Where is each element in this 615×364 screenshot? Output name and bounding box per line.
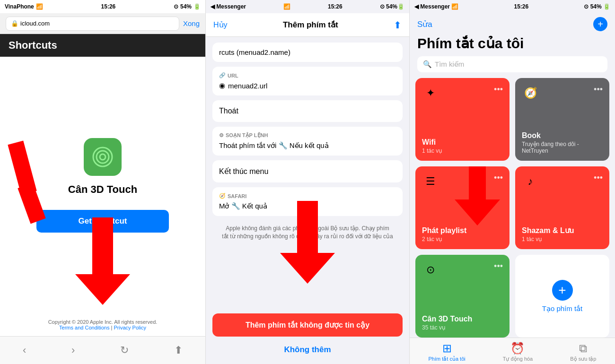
modal-card-name: rcuts (menuad2.name) bbox=[212, 43, 403, 62]
modal-card-ketthuc: Kết thúc menu bbox=[212, 160, 403, 182]
safari-label: 🧭 SAFARI bbox=[219, 193, 396, 199]
no-add-button[interactable]: Không thêm bbox=[212, 341, 403, 358]
status-bar-2: ◀ Messenger 📶 15:26 ⊙ 54%🔋 bbox=[206, 0, 409, 13]
time-3: 15:26 bbox=[514, 3, 528, 10]
shazam-shortcut-icon: ♪ bbox=[522, 173, 539, 190]
carrier-1: VinaPhone bbox=[5, 3, 34, 10]
create-new-icon: + bbox=[552, 280, 573, 301]
book-card-name: Book bbox=[522, 131, 603, 140]
gear-icon: ⚙ bbox=[219, 132, 224, 139]
url-circle-icon: ◉ bbox=[219, 81, 225, 90]
safari-icon: 🧭 bbox=[219, 193, 226, 199]
privacy-link[interactable]: Privacy Policy bbox=[114, 325, 146, 330]
terms-link[interactable]: Terms and Conditions bbox=[59, 325, 109, 330]
shazam-dots-button[interactable]: ••• bbox=[594, 173, 603, 183]
url-value: ◉ menuad2.url bbox=[219, 81, 396, 90]
time-1: 15:26 bbox=[101, 3, 116, 10]
nav-gallery[interactable]: ⧉ Bộ sưu tập bbox=[570, 342, 596, 362]
panel1-navigation: ‹ › ↻ ⬆ bbox=[0, 336, 205, 364]
book-dots-button[interactable]: ••• bbox=[594, 85, 603, 95]
create-new-label: Tạo phím tắt bbox=[542, 304, 583, 313]
battery-2: ⊙ 54%🔋 bbox=[380, 3, 404, 10]
card-name-value: rcuts (menuad2.name) bbox=[219, 48, 290, 56]
card-header-book: 🧭 ••• bbox=[522, 85, 603, 102]
footer-links: Terms and Conditions | Privacy Policy bbox=[6, 325, 200, 330]
my-shortcuts-icon: ⊞ bbox=[442, 342, 452, 355]
can3d-shortcut-icon: ⊙ bbox=[422, 261, 439, 278]
book-card-sub: Truyện đang theo dõi - NetTruyen bbox=[522, 141, 603, 154]
nav-automation[interactable]: ⏰ Tự động hóa bbox=[503, 342, 533, 362]
card-header-shazam: ♪ ••• bbox=[522, 173, 603, 190]
shortcut-card-wifi[interactable]: ✦ ••• Wifi 1 tác vụ bbox=[415, 78, 510, 161]
panel-2: ◀ Messenger 📶 15:26 ⊙ 54%🔋 Hủy Thêm phím… bbox=[205, 0, 410, 364]
can3d-card-name: Cân 3D Touch bbox=[422, 315, 503, 323]
modal-card-script: ⚙ SOẠN TẬP LỆNH Thoát phím tắt với 🔧 Nếu… bbox=[212, 127, 403, 156]
refresh-button[interactable]: ↻ bbox=[111, 342, 138, 358]
card-header-can3d: ⊙ ••• bbox=[422, 261, 503, 278]
gallery-label: Bộ sưu tập bbox=[570, 356, 596, 362]
playlist-card-count: 2 tác vụ bbox=[422, 236, 503, 243]
search-bar[interactable]: 🔍 Tìm kiếm bbox=[417, 56, 607, 72]
share-button-p2[interactable]: ⬆ bbox=[394, 19, 402, 31]
battery-icon-1: 🔋 bbox=[193, 3, 201, 10]
browser-bar: 🔒 icloud.com Xong bbox=[0, 13, 205, 34]
p3-page-title: Phím tắt của tôi bbox=[410, 33, 615, 56]
p3-edit-header: Sửa + bbox=[410, 13, 615, 33]
shazam-card-count: 1 tác vụ bbox=[522, 236, 603, 243]
shortcuts-header: Shortcuts bbox=[0, 34, 205, 57]
forward-button[interactable]: › bbox=[62, 342, 84, 358]
warning-text: Apple không đánh giá các phím tắt ngoài … bbox=[212, 221, 403, 252]
card-header-wifi: ✦ ••• bbox=[422, 85, 503, 102]
url-label: 🔗 URL bbox=[219, 72, 396, 78]
can3d-dots-button[interactable]: ••• bbox=[494, 261, 503, 271]
url-text: icloud.com bbox=[20, 20, 50, 27]
panel1-main-content: Cân 3D Touch Get Shortcut bbox=[0, 57, 205, 313]
automation-label: Tự động hóa bbox=[503, 356, 533, 362]
shortcut-card-shazam[interactable]: ♪ ••• Shazam & Lưu 1 tác vụ bbox=[515, 166, 609, 249]
nav-my-shortcuts[interactable]: ⊞ Phím tắt của tôi bbox=[429, 342, 466, 362]
signal-icon-2: 📶 bbox=[283, 3, 290, 10]
shortcut-card-book[interactable]: 🧭 ••• Book Truyện đang theo dõi - NetTru… bbox=[515, 78, 609, 161]
battery-3: ⊙ 54% 🔋 bbox=[584, 3, 610, 10]
add-shortcut-button[interactable]: + bbox=[593, 17, 607, 31]
carrier-3: ◀ Messenger 📶 bbox=[414, 3, 458, 10]
shortcuts-grid: ✦ ••• Wifi 1 tác vụ 🧭 ••• Book Truyện đa… bbox=[410, 78, 615, 338]
modal-card-url: 🔗 URL ◉ menuad2.url bbox=[212, 67, 403, 95]
get-shortcut-button[interactable]: Get Shortcut bbox=[36, 210, 169, 233]
shortcut-card-playlist[interactable]: ☰ ••• Phát playlist 2 tác vụ bbox=[415, 166, 510, 249]
done-button[interactable]: Xong bbox=[183, 19, 200, 27]
status-right-1: ⊙ 54% 🔋 bbox=[174, 3, 201, 10]
cancel-button[interactable]: Hủy bbox=[213, 20, 228, 29]
playlist-dots-button[interactable]: ••• bbox=[494, 173, 503, 183]
playlist-shortcut-icon: ☰ bbox=[422, 173, 439, 190]
search-placeholder: Tìm kiếm bbox=[435, 60, 464, 69]
gallery-icon: ⧉ bbox=[579, 342, 587, 355]
my-shortcuts-label: Phím tắt của tôi bbox=[429, 356, 466, 362]
svg-point-1 bbox=[97, 151, 109, 163]
edit-button[interactable]: Sửa bbox=[417, 19, 432, 29]
status-bar-3: ◀ Messenger 📶 15:26 ⊙ 54% 🔋 bbox=[410, 0, 615, 13]
card-header-playlist: ☰ ••• bbox=[422, 173, 503, 190]
copyright-text: Copyright © 2020 Apple Inc. All rights r… bbox=[6, 319, 200, 325]
carrier-2: ◀ Messenger bbox=[211, 3, 246, 10]
shortcut-card-can3d[interactable]: ⊙ ••• Cân 3D Touch 35 tác vụ bbox=[415, 255, 510, 338]
modal-scroll-content[interactable]: rcuts (menuad2.name) 🔗 URL ◉ menuad2.url… bbox=[206, 37, 409, 308]
wifi-dots-button[interactable]: ••• bbox=[494, 85, 503, 95]
search-icon: 🔍 bbox=[423, 60, 432, 69]
add-untrusted-button[interactable]: Thêm phím tắt không được tin cậy bbox=[212, 313, 403, 337]
panel-1: VinaPhone 📶 15:26 ⊙ 54% 🔋 🔒 icloud.com X… bbox=[0, 0, 205, 364]
location-icon-1: ⊙ bbox=[174, 3, 178, 10]
shortcuts-title: Shortcuts bbox=[9, 39, 57, 52]
back-button[interactable]: ‹ bbox=[13, 342, 35, 358]
shortcut-app-icon bbox=[84, 138, 122, 176]
can3d-card-count: 35 tác vụ bbox=[422, 324, 503, 331]
shortcut-card-new[interactable]: + Tạo phím tắt bbox=[515, 255, 609, 338]
shazam-card-name: Shazam & Lưu bbox=[522, 226, 603, 235]
script-label: ⚙ SOẠN TẬP LỆNH bbox=[219, 132, 396, 139]
modal-header: Hủy Thêm phím tắt ⬆ bbox=[206, 13, 409, 37]
url-bar[interactable]: 🔒 icloud.com bbox=[6, 17, 179, 31]
share-button-p1[interactable]: ⬆ bbox=[165, 342, 192, 358]
svg-point-2 bbox=[100, 154, 105, 160]
modal-footer: Thêm phím tắt không được tin cậy Không t… bbox=[206, 308, 409, 364]
wifi-shortcut-icon: ✦ bbox=[422, 85, 439, 102]
